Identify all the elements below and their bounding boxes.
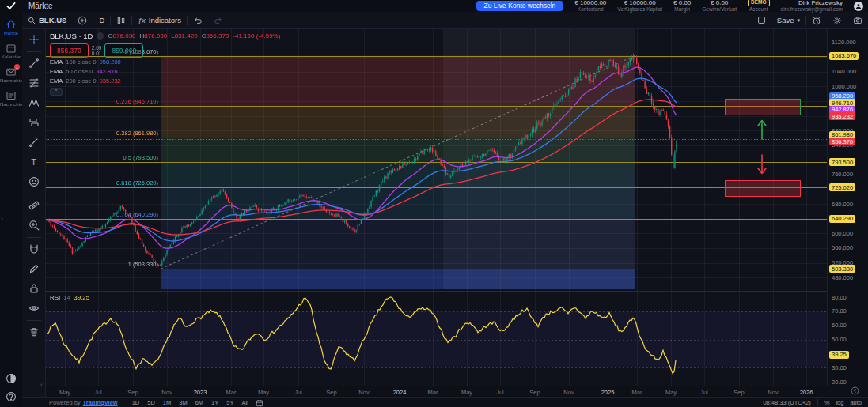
tool-xabcd-pattern[interactable] xyxy=(25,94,43,111)
tool-magnet[interactable] xyxy=(25,240,43,258)
candlestick-chart-icon xyxy=(116,16,126,25)
demo-badge: DEMO xyxy=(748,0,770,6)
sell-button[interactable]: 856.370 xyxy=(50,43,89,58)
tool-forecast[interactable] xyxy=(25,114,43,131)
switch-live-account-button[interactable]: Zu Live-Konto wechseln xyxy=(476,1,564,11)
home-icon xyxy=(6,19,17,30)
toolbar-collapse-chevron[interactable]: ‹ xyxy=(40,381,43,389)
time-axis-label: 2026 xyxy=(793,389,820,396)
scenario-box-up[interactable] xyxy=(725,99,801,115)
avatar[interactable] xyxy=(854,2,863,11)
legend-symbol[interactable]: BLK.US · 1D xyxy=(50,31,93,42)
time-axis-label: Jul xyxy=(285,389,312,396)
snapshot-button[interactable] xyxy=(847,16,868,25)
tool-emoji[interactable] xyxy=(25,173,43,190)
time-axis-label: 2025 xyxy=(594,389,621,396)
price-axis-label: 50.00 xyxy=(832,336,847,343)
tradingview-link[interactable]: TradingView xyxy=(83,399,118,406)
time-axis-label: Mar xyxy=(624,389,650,396)
symbol-search[interactable]: BLK.US xyxy=(22,12,72,28)
stat-margin: € 0.00Margin xyxy=(673,0,691,13)
calendar-icon xyxy=(6,43,17,54)
ema-legend-row-200[interactable]: EMA200 close 0935.232 xyxy=(50,77,280,86)
sidebar-item-nachrichten-2[interactable]: 1Nachrichten xyxy=(0,66,22,83)
legend-collapse-icon[interactable]: − xyxy=(97,32,104,40)
scenario-arrow-up-icon[interactable] xyxy=(756,117,768,141)
page-title: Märkte xyxy=(28,2,53,10)
fx-icon: ƒx xyxy=(138,17,146,24)
range-button-3m[interactable]: 3M xyxy=(176,398,190,407)
scroll-to-realtime-icon[interactable] xyxy=(851,386,859,395)
price-axis-label: 680.000 xyxy=(832,201,853,208)
buy-button[interactable]: 859.060 xyxy=(104,43,143,58)
ema-legend-row-100[interactable]: EMA100 close 0958.200 xyxy=(50,58,280,67)
price-axis-tag: 640.290 xyxy=(829,215,855,223)
time-axis-label: Sep xyxy=(521,389,548,396)
tool-eye[interactable] xyxy=(25,300,43,317)
help-icon[interactable] xyxy=(6,391,17,402)
stat-gewinn-verlust: € 0.00Gewinn/Verlust xyxy=(702,0,737,13)
theme-contrast-icon[interactable] xyxy=(6,373,17,384)
redo-button[interactable] xyxy=(208,12,229,28)
undo-button[interactable] xyxy=(188,12,208,28)
broker-logo-icon[interactable] xyxy=(0,2,22,10)
top-bar: Märkte Zu Live-Konto wechseln € 10000.00… xyxy=(0,0,868,12)
time-axis-label: Nov xyxy=(351,389,377,396)
time-axis-label: Nov xyxy=(555,389,582,396)
sidebar-expand-chevron[interactable]: › xyxy=(1,215,3,223)
tool-edit[interactable] xyxy=(25,260,43,277)
range-button-5y[interactable]: 5Y xyxy=(223,398,237,407)
tool-fib-retracement[interactable] xyxy=(25,74,43,92)
tool-lock[interactable] xyxy=(25,280,43,297)
redo-icon xyxy=(214,16,223,24)
compare-add-button[interactable] xyxy=(72,12,93,28)
panel-toggle-button[interactable] xyxy=(752,16,771,24)
tool-ruler[interactable] xyxy=(25,197,43,214)
indicators-button[interactable]: ƒx Indicators xyxy=(132,12,187,28)
chevron-down-icon: ▾ xyxy=(797,17,800,24)
chart-type-button[interactable] xyxy=(111,12,131,28)
change-value: -41.160 (-4.59%) xyxy=(233,32,280,41)
tool-trend-line[interactable] xyxy=(25,55,43,72)
save-layout-button[interactable]: Save ▾ xyxy=(771,16,805,24)
fib-retracement-icon xyxy=(28,77,40,89)
sidebar-item-kalender-1[interactable]: Kalender xyxy=(0,43,22,59)
legend-collapse-chip[interactable]: ^ xyxy=(50,88,63,96)
range-button-5d[interactable]: 5D xyxy=(144,398,158,407)
tool-crosshair[interactable] xyxy=(25,31,43,48)
interval-button[interactable]: D xyxy=(93,12,110,28)
ema-legend-row-50[interactable]: EMA50 close 0942.876 xyxy=(50,68,280,77)
trash-icon xyxy=(28,326,40,337)
go-to-date-button[interactable] xyxy=(252,398,267,407)
auto-scale-button[interactable]: auto xyxy=(850,399,862,406)
percent-scale-button[interactable]: % xyxy=(824,399,830,406)
alert-button[interactable] xyxy=(806,16,827,25)
time-axis[interactable]: MayJulSepNov2023MarMayJulSepNov2024MarMa… xyxy=(45,386,827,398)
sidebar-item-märkte-0[interactable]: Märkte xyxy=(0,19,22,36)
range-button-6m[interactable]: 6M xyxy=(192,398,207,407)
time-axis-label: Jul xyxy=(85,389,112,396)
time-axis-label: May xyxy=(250,389,277,396)
range-button-all[interactable]: All xyxy=(238,398,251,407)
stat-kontostand: € 10000.00Kontostand xyxy=(574,0,606,13)
range-button-1d[interactable]: 1D xyxy=(129,398,143,407)
sidebar-item-nachrichten-3[interactable]: Nachrichten xyxy=(0,90,22,107)
price-axis-tag: 935.232 xyxy=(829,112,855,120)
tool-zoom-in[interactable] xyxy=(25,217,43,234)
settings-button[interactable] xyxy=(827,16,847,25)
time-axis-label: May xyxy=(658,389,684,396)
range-button-1m[interactable]: 1M xyxy=(160,398,174,407)
range-button-1y[interactable]: 1Y xyxy=(208,398,222,407)
clock-utc[interactable]: 08:48:33 (UTC+2) xyxy=(763,399,810,406)
price-axis[interactable]: 480.000520.000560.000600.000640.000680.0… xyxy=(827,28,868,386)
tool-trash[interactable] xyxy=(25,323,43,341)
time-axis-label: Mar xyxy=(419,389,446,396)
sidebar-item-label: Nachrichten xyxy=(0,102,22,107)
scenario-arrow-down-icon[interactable] xyxy=(756,153,768,177)
log-scale-button[interactable]: log xyxy=(836,399,843,406)
scenario-box-down[interactable] xyxy=(725,180,801,197)
fib-level-label-0.618: 0.618 (725.020) xyxy=(116,179,158,187)
tool-brush[interactable] xyxy=(25,134,43,151)
time-axis-label: 2023 xyxy=(187,389,214,396)
tool-text[interactable]: T xyxy=(25,153,43,171)
